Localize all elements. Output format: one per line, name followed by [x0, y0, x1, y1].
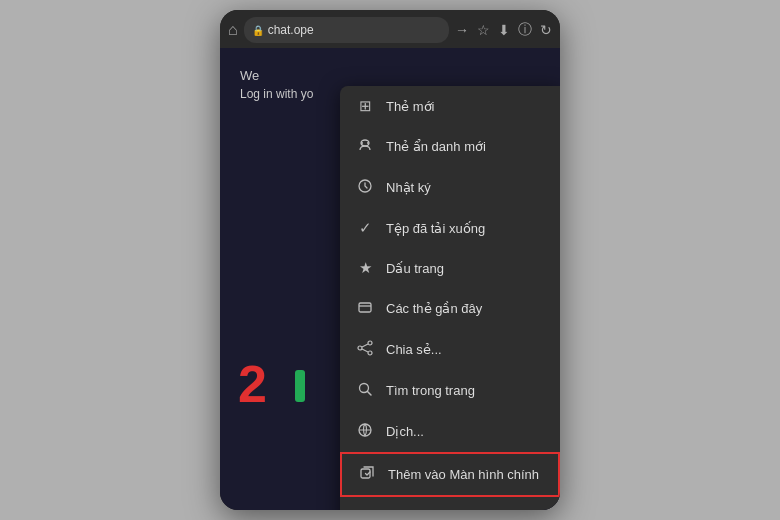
downloads-icon: ✓: [356, 219, 374, 237]
menu-item-add-to-home[interactable]: Thêm vào Màn hình chính: [340, 452, 560, 497]
download-icon[interactable]: ⬇: [498, 22, 510, 38]
new-tab-icon: ⊞: [356, 97, 374, 115]
translate-icon: [356, 422, 374, 441]
phone-container: ⌂ 🔒 chat.ope → ☆ ⬇ ⓘ ↻ We Log in with yo…: [220, 10, 560, 510]
info-icon[interactable]: ⓘ: [518, 21, 532, 39]
refresh-icon[interactable]: ↻: [540, 22, 552, 38]
menu-item-translate[interactable]: Dịch...: [340, 411, 560, 452]
forward-icon[interactable]: →: [455, 22, 469, 38]
menu-item-find[interactable]: Tìm trong trang: [340, 370, 560, 411]
desktop-site-checkbox[interactable]: [528, 510, 544, 511]
green-button[interactable]: [295, 370, 305, 402]
incognito-icon: [356, 137, 374, 156]
find-icon: [356, 381, 374, 400]
menu-item-downloads[interactable]: ✓ Tệp đã tải xuống: [340, 208, 560, 248]
history-icon: [356, 178, 374, 197]
home-icon[interactable]: ⌂: [228, 21, 238, 39]
find-label: Tìm trong trang: [386, 383, 475, 398]
new-tab-label: Thẻ mới: [386, 99, 435, 114]
svg-line-8: [362, 344, 368, 347]
svg-line-9: [362, 349, 368, 352]
svg-line-11: [368, 392, 372, 396]
recent-tabs-label: Các thẻ gần đây: [386, 301, 482, 316]
add-to-home-icon: [358, 465, 376, 484]
menu-item-history[interactable]: Nhật ký: [340, 167, 560, 208]
desktop-site-icon: [356, 508, 374, 510]
address-text: chat.ope: [268, 23, 314, 37]
add-to-home-label: Thêm vào Màn hình chính: [388, 467, 539, 482]
incognito-label: Thẻ ẩn danh mới: [386, 139, 486, 154]
history-label: Nhật ký: [386, 180, 431, 195]
nav-icons: → ☆ ⬇ ⓘ ↻: [455, 21, 552, 39]
svg-point-5: [368, 341, 372, 345]
step-number: 2: [238, 358, 267, 410]
menu-item-bookmarks[interactable]: ★ Dấu trang: [340, 248, 560, 288]
translate-label: Dịch...: [386, 424, 424, 439]
downloads-label: Tệp đã tải xuống: [386, 221, 485, 236]
menu-item-new-tab[interactable]: ⊞ Thẻ mới: [340, 86, 560, 126]
browser-chrome: ⌂ 🔒 chat.ope → ☆ ⬇ ⓘ ↻: [220, 10, 560, 48]
share-label: Chia sẻ...: [386, 342, 442, 357]
svg-point-2: [367, 142, 369, 144]
page-content: We Log in with yo 2 ⊞ Thẻ mới: [220, 48, 560, 510]
recent-tabs-icon: [356, 299, 374, 318]
menu-item-share[interactable]: Chia sẻ...: [340, 329, 560, 370]
svg-rect-4: [359, 303, 371, 312]
bookmarks-icon: ★: [356, 259, 374, 277]
svg-point-6: [358, 346, 362, 350]
share-icon: [356, 340, 374, 359]
bookmark-icon[interactable]: ☆: [477, 22, 490, 38]
svg-point-1: [361, 142, 363, 144]
context-menu: ⊞ Thẻ mới Thẻ ẩn danh mới: [340, 86, 560, 510]
menu-item-recent-tabs[interactable]: Các thẻ gần đây: [340, 288, 560, 329]
bookmarks-label: Dấu trang: [386, 261, 444, 276]
svg-point-7: [368, 351, 372, 355]
lock-icon: 🔒: [252, 25, 264, 36]
menu-item-incognito[interactable]: Thẻ ẩn danh mới: [340, 126, 560, 167]
address-bar[interactable]: 🔒 chat.ope: [244, 17, 449, 43]
menu-item-desktop-site[interactable]: Trang web cho m...: [340, 497, 560, 510]
welcome-text: We: [240, 68, 540, 83]
